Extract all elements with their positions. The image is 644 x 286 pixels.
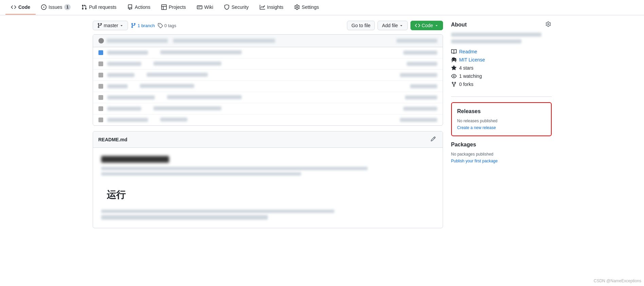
main-container: master 1 branch 0 tags Go to file Add fi… [85,15,560,234]
settings-icon [294,4,300,10]
issues-badge: 1 [64,4,71,10]
branch-count-link[interactable]: 1 branch [131,23,155,28]
code-button[interactable]: Code [410,21,443,30]
nav-pull-requests[interactable]: Pull requests [76,0,122,15]
forks-count: 0 forks [459,82,474,87]
file-time-blur [403,51,437,55]
sidebar-divider-1 [451,96,552,97]
nav-security[interactable]: Security [219,0,254,15]
nav-projects-label: Projects [169,4,186,10]
chevron-down-icon [119,23,124,28]
no-releases-text: No releases published [457,119,546,123]
run-label: 运行 [101,183,435,204]
table-row [93,58,443,70]
actions-icon [127,4,133,10]
about-readme[interactable]: Readme [451,48,552,56]
file-name-blur [107,51,148,55]
no-packages-text: No packages published [451,152,552,157]
sidebar: About Readme MIT License 4 stars [451,21,552,228]
law-icon [451,57,457,62]
about-title: About [451,21,552,29]
eye-icon [451,73,457,79]
about-forks[interactable]: 0 forks [451,80,552,88]
about-stars[interactable]: 4 stars [451,64,552,72]
file-commit-blur-6 [153,106,221,110]
about-settings-button[interactable] [545,21,552,29]
branch-selector[interactable]: master [93,21,128,30]
nav-code[interactable]: Code [5,0,36,15]
nav-issues-label: Issues [49,4,62,10]
nav-insights-label: Insights [267,4,283,10]
pencil-icon [430,136,436,142]
commit-message-blur [173,39,275,43]
license-link[interactable]: MIT License [459,57,485,62]
about-license[interactable]: MIT License [451,56,552,64]
file-name-blur-2 [107,62,141,66]
file-commit-blur-3 [147,73,208,77]
about-desc-2 [451,39,521,43]
insights-icon [260,4,265,10]
table-row [93,103,443,114]
folder-icon-3 [98,73,103,77]
readme-section: README.md 运行 [93,131,443,228]
about-section: About Readme MIT License 4 stars [451,21,552,88]
readme-link[interactable]: Readme [459,49,477,54]
nav-actions-label: Actions [135,4,150,10]
top-nav: Code Issues 1 Pull requests Actions Proj… [0,0,644,15]
readme-text-2 [101,172,301,176]
nav-settings[interactable]: Settings [289,0,325,15]
tag-count-text: 0 tags [164,23,176,28]
file-commit-blur-5 [167,95,242,99]
run-section: 运行 [101,178,435,210]
nav-security-label: Security [232,4,249,10]
readme-header: README.md [93,131,443,148]
tag-count-link[interactable]: 0 tags [158,23,176,28]
readme-text-4 [101,215,268,220]
book-icon [451,49,457,54]
wiki-icon [197,4,202,10]
create-release-link[interactable]: Create a new release [457,125,496,130]
file-name-blur-5 [107,95,155,100]
security-icon [224,4,229,10]
nav-projects[interactable]: Projects [156,0,191,15]
commit-avatar [98,38,104,43]
star-icon [451,65,457,71]
file-commit-blur-2 [153,61,221,66]
code-chevron [435,23,439,28]
table-row [93,114,443,125]
file-name-blur-4 [107,84,128,88]
stars-count: 4 stars [459,65,474,71]
readme-title-blur [101,156,169,163]
goto-file-button[interactable]: Go to file [347,21,375,30]
publish-package-link[interactable]: Publish your first package [451,159,498,163]
packages-title: Packages [451,142,552,148]
nav-actions[interactable]: Actions [122,0,156,15]
fork-icon [451,82,457,87]
add-file-label: Add file [382,23,398,28]
goto-file-label: Go to file [351,23,370,28]
file-icon-7 [98,118,103,122]
code-icon [11,4,16,10]
branch-count-icon [131,23,136,28]
file-time-blur-7 [400,118,437,122]
nav-wiki[interactable]: Wiki [191,0,219,15]
nav-issues[interactable]: Issues 1 [36,0,76,15]
add-file-button[interactable]: Add file [378,21,408,30]
gear-icon [546,21,551,27]
add-file-chevron [399,23,403,28]
about-watching[interactable]: 1 watching [451,72,552,80]
nav-code-label: Code [18,4,30,10]
readme-title: README.md [98,137,128,142]
commit-author-blur [107,39,168,43]
file-name-blur-7 [107,118,148,122]
code-button-label: Code [422,23,433,28]
readme-text-1 [101,167,368,170]
file-name-blur-3 [107,73,134,77]
nav-pull-requests-label: Pull requests [89,4,116,10]
nav-insights[interactable]: Insights [254,0,289,15]
packages-section: Packages No packages published Publish y… [451,142,552,163]
repo-main: master 1 branch 0 tags Go to file Add fi… [93,21,443,228]
edit-readme-button[interactable] [429,135,437,144]
watching-count: 1 watching [459,73,482,79]
releases-title: Releases [457,108,546,114]
